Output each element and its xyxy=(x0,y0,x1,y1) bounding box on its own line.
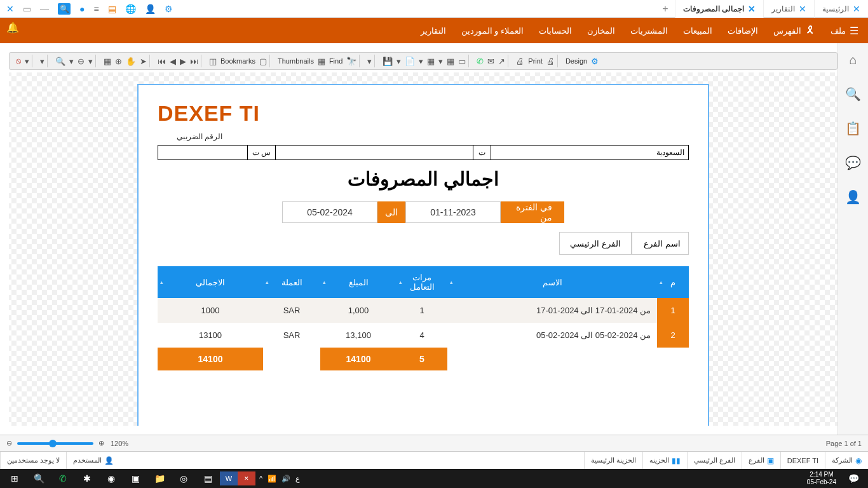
search-icon[interactable]: 🔍 xyxy=(845,86,861,102)
whatsapp-icon[interactable]: ✆ xyxy=(477,57,484,66)
report-canvas[interactable]: DEXEF TI الرقم الضريبي السعودية ت س ت اج… xyxy=(9,72,837,426)
zoom-icon[interactable]: 🔍 xyxy=(55,57,65,66)
settings-gear-icon[interactable]: ⚙ xyxy=(165,4,173,14)
footer-amount: 14100 xyxy=(320,348,397,370)
doc-icon[interactable]: ▤ xyxy=(108,4,116,14)
translate-icon[interactable]: 🌐 xyxy=(125,4,136,14)
pointer-icon[interactable]: ➤ xyxy=(140,57,147,66)
next-page-icon[interactable]: ▶ xyxy=(180,57,186,66)
whatsapp-icon[interactable]: ✆ xyxy=(51,469,75,488)
print-label[interactable]: Print xyxy=(528,57,543,65)
search-icon[interactable]: 🔍 xyxy=(27,469,51,488)
notifications-bell-icon[interactable]: 🔔 xyxy=(6,22,19,34)
profile-icon[interactable]: 👤 xyxy=(845,189,861,205)
mail-icon[interactable]: ✉ xyxy=(487,57,494,66)
user-icon[interactable]: 👤 xyxy=(145,4,156,14)
menu-accounts[interactable]: الحسابات xyxy=(539,26,572,36)
design-label[interactable]: Design xyxy=(566,57,587,65)
app2-icon[interactable]: ◎ xyxy=(172,469,196,488)
menu-customers[interactable]: العملاء و الموردين xyxy=(461,26,524,36)
col-amount[interactable]: المبلغ▴ xyxy=(320,266,397,298)
tab-home[interactable]: ✕ الرئيسية xyxy=(814,0,868,18)
dropdown-icon[interactable]: ▾ xyxy=(88,57,93,66)
zoom-slider[interactable] xyxy=(17,442,93,445)
zoom-in-icon[interactable]: ⊕ xyxy=(115,57,122,66)
binoculars-icon: 🔭 xyxy=(346,57,356,66)
col-currency[interactable]: العملة▴ xyxy=(263,266,320,298)
grid-icon[interactable]: ▦ xyxy=(104,57,111,66)
dropdown-icon[interactable]: ▾ xyxy=(69,57,74,66)
system-tray[interactable]: ^ 📶 🔊 ع xyxy=(255,475,304,483)
tab-expenses-total[interactable]: ✕ اجمالى المصروفات xyxy=(675,0,763,18)
col-times[interactable]: مرات التعامل▴ xyxy=(397,266,447,298)
wifi-icon[interactable]: 📶 xyxy=(268,475,276,483)
last-page-icon[interactable]: ⏭ xyxy=(190,57,198,66)
chat-icon[interactable]: 💬 xyxy=(845,155,861,170)
zoom-thumb[interactable] xyxy=(49,440,57,447)
menu-reports[interactable]: التقارير xyxy=(421,26,446,36)
slack-icon[interactable]: ✱ xyxy=(75,469,99,488)
dropdown-icon[interactable]: ▾ xyxy=(40,57,44,66)
start-icon[interactable]: ⊞ xyxy=(3,469,27,488)
zoom-minus-icon[interactable]: ⊖ xyxy=(6,439,12,447)
printer-icon[interactable]: 🖨 xyxy=(516,57,524,66)
tray-chevron-icon[interactable]: ^ xyxy=(259,475,262,483)
close-window-icon[interactable]: ✕ xyxy=(6,4,14,14)
taskbar-clock[interactable]: 2:14 PM 05-Feb-24 xyxy=(802,471,841,486)
gear-icon[interactable]: ⚙ xyxy=(591,57,599,66)
col-name[interactable]: الاسم▴ xyxy=(447,266,657,298)
home-icon[interactable]: ⌂ xyxy=(849,53,857,67)
dropdown-icon[interactable]: ▾ xyxy=(25,57,29,66)
export-icon[interactable]: 📄 xyxy=(405,57,415,66)
first-page-icon[interactable]: ⏮ xyxy=(158,57,166,66)
dropdown-icon[interactable]: ▾ xyxy=(438,57,443,66)
table-icon[interactable]: ▦ xyxy=(427,57,435,66)
doc2-icon[interactable]: ▭ xyxy=(458,57,466,66)
stop-icon[interactable]: ⦸ xyxy=(16,56,21,66)
minimize-icon[interactable]: — xyxy=(40,4,49,14)
menu-index[interactable]: 🎗الفهرس xyxy=(773,25,815,36)
close-icon[interactable]: ✕ xyxy=(748,4,756,14)
dropdown-icon[interactable]: ▾ xyxy=(397,57,401,66)
menu-purchases[interactable]: المشتريات xyxy=(630,26,668,36)
word-icon[interactable]: W xyxy=(220,471,238,485)
col-index[interactable]: م▴ xyxy=(657,266,689,298)
close-icon[interactable]: ✕ xyxy=(853,4,860,14)
share-icon[interactable]: ↗ xyxy=(498,57,505,66)
print2-icon[interactable]: 🖨 xyxy=(546,57,555,66)
col-total[interactable]: الاجمالي▴ xyxy=(158,266,263,298)
volume-icon[interactable]: 🔊 xyxy=(281,475,290,483)
app3-icon[interactable]: ▤ xyxy=(196,469,220,488)
menu-file[interactable]: ☰ملف xyxy=(831,25,858,37)
period-row: في الفترة من 01-11-2023 الى 05-02-2024 xyxy=(158,201,689,223)
find-label[interactable]: Find xyxy=(329,57,342,65)
menu-stores[interactable]: المخازن xyxy=(587,26,615,36)
save-icon[interactable]: 💾 xyxy=(383,57,393,66)
menu-additions[interactable]: الإضافات xyxy=(728,26,758,36)
thumbnails-label[interactable]: Thumbnails xyxy=(278,57,314,65)
close-icon[interactable]: ✕ xyxy=(799,4,806,14)
tab-reports[interactable]: ✕ التقارير xyxy=(763,0,814,18)
notifications-icon[interactable]: 💬 xyxy=(841,469,865,488)
explorer-icon[interactable]: 📁 xyxy=(147,469,172,488)
restore-icon[interactable]: ▭ xyxy=(23,4,31,14)
chrome-icon[interactable]: ◉ xyxy=(99,469,123,488)
zoom-plus-icon[interactable]: ⊕ xyxy=(98,439,104,447)
zoom-out-icon[interactable]: ⊖ xyxy=(78,57,85,66)
dropdown-icon[interactable]: ▾ xyxy=(367,57,372,66)
prev-page-icon[interactable]: ◀ xyxy=(170,57,176,66)
app1-icon[interactable]: ▣ xyxy=(123,469,147,488)
list-icon[interactable]: ≡ xyxy=(93,4,98,14)
record-icon[interactable]: ● xyxy=(79,4,85,14)
grid2-icon[interactable]: ▦ xyxy=(447,57,454,66)
menu-sales[interactable]: المبيعات xyxy=(683,26,712,36)
dropdown-icon[interactable]: ▾ xyxy=(419,57,423,66)
copy-icon[interactable]: 📋 xyxy=(845,121,861,136)
new-tab-button[interactable]: + xyxy=(656,3,674,15)
bookmarks-label[interactable]: Bookmarks xyxy=(220,57,255,65)
app4-icon[interactable]: ✕ xyxy=(238,471,255,485)
search-tool-icon[interactable]: 🔍 xyxy=(58,3,71,15)
lang-icon[interactable]: ع xyxy=(295,475,300,483)
layout-icon[interactable]: ◫ xyxy=(209,57,217,66)
hand-icon[interactable]: ✋ xyxy=(126,57,136,66)
